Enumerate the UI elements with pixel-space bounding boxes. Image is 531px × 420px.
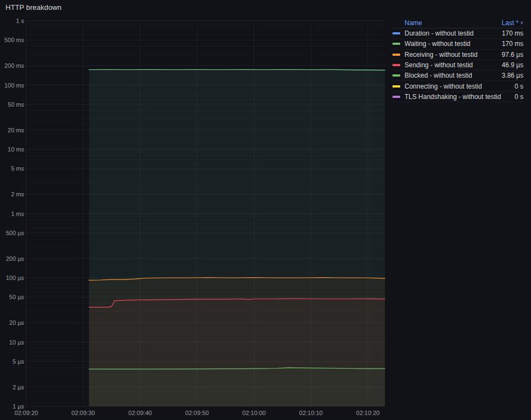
legend-series-value: 0 s (510, 93, 523, 101)
legend-row[interactable]: Receiving - without testid97.6 µs (393, 50, 523, 60)
svg-text:1 µs: 1 µs (13, 403, 25, 410)
legend-series-label[interactable]: Sending - without testid (405, 61, 473, 69)
sort-desc-icon: ∨ (520, 21, 523, 25)
svg-text:500 µs: 500 µs (6, 230, 25, 236)
series-color-swatch-icon (393, 96, 400, 98)
svg-text:10 ms: 10 ms (8, 146, 24, 153)
svg-text:5 µs: 5 µs (13, 358, 25, 365)
legend-series-label[interactable]: TLS Handshaking - without testid (405, 93, 501, 101)
legend-last-header[interactable]: Last * ∨ (501, 19, 523, 27)
legend-row[interactable]: Connecting - without testid0 s (393, 81, 523, 91)
legend-last-header-label: Last * (501, 19, 518, 27)
svg-text:2 µs: 2 µs (13, 384, 25, 390)
svg-text:02:09:30: 02:09:30 (72, 410, 95, 416)
series-color-swatch-icon (393, 64, 400, 66)
svg-text:02:09:20: 02:09:20 (15, 410, 38, 416)
legend-series-value: 97.6 µs (497, 51, 523, 59)
legend-row[interactable]: Blocked - without testid3.86 µs (393, 71, 523, 81)
legend-series-value: 0 s (510, 83, 523, 90)
legend-name-header[interactable]: Name (405, 19, 422, 27)
legend-rows: Duration - without testid170 msWaiting -… (393, 28, 523, 102)
legend-header: Name Last * ∨ (393, 18, 523, 28)
legend-series-value: 3.86 µs (497, 72, 523, 79)
legend-series-label[interactable]: Duration - without testid (405, 30, 474, 37)
http-breakdown-panel: HTTP breakdown 1 s500 ms200 ms100 ms50 m… (0, 0, 531, 420)
series-color-swatch-icon (393, 85, 400, 88)
legend-series-label[interactable]: Receiving - without testid (405, 51, 477, 59)
series-color-swatch-icon (393, 32, 400, 34)
svg-text:02:09:40: 02:09:40 (129, 410, 152, 416)
legend-row[interactable]: TLS Handshaking - without testid0 s (393, 92, 523, 102)
series-color-swatch-icon (393, 54, 400, 56)
svg-text:200 ms: 200 ms (4, 62, 25, 69)
svg-text:20 ms: 20 ms (8, 127, 24, 133)
series-color-swatch-icon (393, 43, 400, 45)
legend-row[interactable]: Duration - without testid170 ms (393, 28, 523, 39)
svg-text:50 ms: 50 ms (8, 101, 24, 108)
svg-text:500 ms: 500 ms (4, 37, 25, 43)
svg-text:100 ms: 100 ms (4, 82, 25, 89)
legend-series-value: 46.9 µs (497, 61, 523, 69)
svg-text:1 s: 1 s (16, 18, 24, 24)
svg-text:02:09:50: 02:09:50 (186, 410, 209, 416)
legend: Name Last * ∨ Duration - without testid1… (391, 18, 531, 102)
legend-series-label[interactable]: Waiting - without testid (405, 40, 470, 48)
svg-text:02:10:10: 02:10:10 (299, 410, 323, 416)
legend-series-value: 170 ms (498, 30, 523, 37)
series-color-swatch-icon (393, 74, 400, 77)
legend-row[interactable]: Waiting - without testid170 ms (393, 39, 523, 49)
legend-series-value: 170 ms (498, 40, 523, 48)
legend-series-label[interactable]: Blocked - without testid (405, 72, 472, 79)
legend-row[interactable]: Sending - without testid46.9 µs (393, 60, 523, 71)
svg-text:02:10:00: 02:10:00 (243, 410, 266, 416)
svg-text:10 µs: 10 µs (9, 339, 25, 346)
svg-text:50 µs: 50 µs (9, 294, 25, 300)
svg-text:02:10:20: 02:10:20 (356, 410, 380, 416)
svg-text:5 ms: 5 ms (11, 165, 24, 172)
legend-series-label[interactable]: Connecting - without testid (405, 83, 482, 90)
svg-text:100 µs: 100 µs (6, 275, 25, 281)
svg-text:1 ms: 1 ms (11, 211, 24, 217)
svg-text:2 ms: 2 ms (11, 191, 24, 197)
svg-text:200 µs: 200 µs (6, 255, 25, 262)
svg-text:20 µs: 20 µs (9, 319, 25, 326)
